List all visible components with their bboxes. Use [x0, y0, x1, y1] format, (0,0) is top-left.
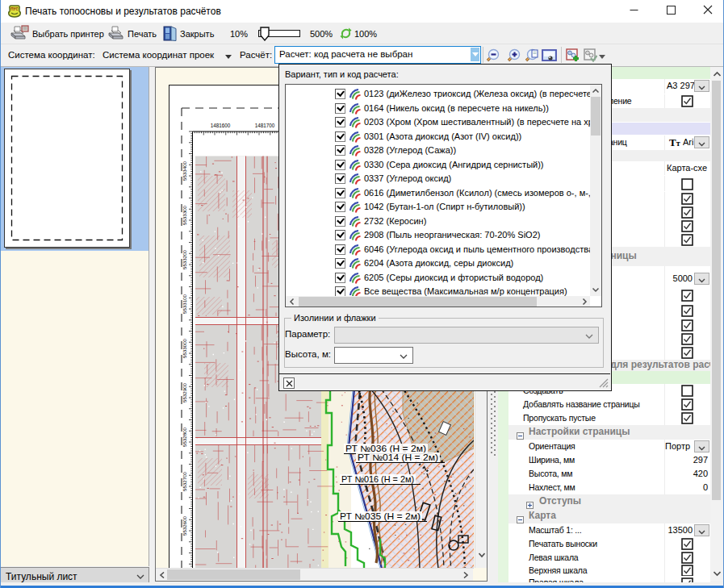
svg-text:1481600: 1481600: [211, 123, 231, 128]
svg-text:1481700: 1481700: [255, 123, 275, 128]
svg-text:5532900: 5532900: [182, 382, 187, 402]
svg-text:РТ №035 (Н = 2м): РТ №035 (Н = 2м): [340, 511, 421, 521]
svg-text:5533400: 5533400: [182, 161, 187, 181]
svg-text:5533000: 5533000: [182, 338, 187, 358]
svg-text:5533200: 5533200: [182, 249, 187, 269]
svg-text:5533300: 5533300: [182, 205, 187, 225]
svg-text:5532600: 5532600: [182, 515, 187, 536]
svg-text:5532800: 5532800: [182, 427, 187, 447]
svg-text:ПУС: ПУС: [10, 7, 19, 11]
svg-text:5533100: 5533100: [182, 294, 187, 314]
svg-text:РТ №014 (Н = 2м): РТ №014 (Н = 2м): [358, 452, 438, 462]
svg-text:5532700: 5532700: [182, 471, 187, 491]
svg-text:РТ №016 (Н = 2м): РТ №016 (Н = 2м): [341, 474, 414, 484]
